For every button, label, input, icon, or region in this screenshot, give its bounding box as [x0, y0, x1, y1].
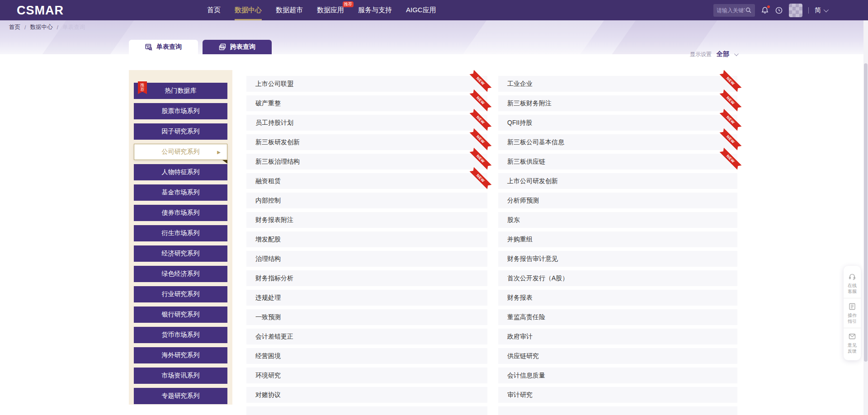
- sidebar-category-item[interactable]: 行业研究系列: [134, 286, 227, 302]
- database-row[interactable]: QFII持股 NEW: [498, 115, 737, 131]
- breadcrumb-separator: /: [24, 24, 26, 31]
- database-row[interactable]: 环境研究: [246, 368, 487, 383]
- search-input[interactable]: [717, 7, 745, 14]
- database-row-label: 员工持股计划: [246, 115, 487, 131]
- float-item-label: 在线客服: [847, 283, 858, 294]
- database-row[interactable]: 分析师预测: [498, 193, 737, 208]
- database-row[interactable]: 财务报告审计意见: [498, 251, 737, 267]
- user-avatar[interactable]: [789, 4, 802, 17]
- database-row[interactable]: 新三板财务附注 NEW: [498, 95, 737, 111]
- database-row[interactable]: 审计研究: [498, 387, 737, 403]
- scrollbar-thumb[interactable]: [864, 63, 868, 362]
- database-row[interactable]: 新三板供应链 NEW: [498, 154, 737, 170]
- database-row-label: 新三板财务附注: [498, 95, 737, 111]
- database-row[interactable]: 董监高责任险: [498, 309, 737, 325]
- database-row[interactable]: 财务报表: [498, 290, 737, 306]
- database-row[interactable]: 员工持股计划 NEW: [246, 115, 487, 131]
- database-row[interactable]: 经营困境: [246, 348, 487, 364]
- database-row[interactable]: 股东: [498, 212, 737, 228]
- database-row[interactable]: 供应链研究: [498, 348, 737, 364]
- query-tab[interactable]: 单表查询: [129, 40, 198, 54]
- database-row[interactable]: 上市公司研发创新: [498, 173, 737, 189]
- database-row[interactable]: 会计信息质量: [498, 368, 737, 383]
- sidebar-category-item[interactable]: 因子研究系列: [134, 123, 227, 140]
- sidebar-category-item[interactable]: 货币市场系列: [134, 327, 227, 343]
- sidebar-item-label: 基金市场系列: [162, 189, 200, 197]
- database-row[interactable]: 一致预测: [246, 309, 487, 325]
- database-row[interactable]: 对赌协议: [246, 387, 487, 403]
- nav-item[interactable]: AIGC应用: [406, 0, 436, 20]
- database-row[interactable]: 并购重组: [498, 231, 737, 247]
- csmar-logo[interactable]: CSMAR: [17, 4, 64, 18]
- database-row-label: 治理结构: [246, 251, 487, 267]
- sidebar-category-item[interactable]: 衍生市场系列: [134, 225, 227, 241]
- notification-bell-icon[interactable]: [761, 6, 769, 14]
- database-row[interactable]: 破产重整 NEW: [246, 95, 487, 111]
- database-row[interactable]: 违规处理: [246, 290, 487, 306]
- display-settings-value[interactable]: 全部: [717, 50, 729, 58]
- sidebar-category-item[interactable]: 推荐 热门数据库: [134, 83, 227, 99]
- breadcrumb-item[interactable]: 首页: [9, 24, 20, 31]
- history-icon[interactable]: [775, 6, 783, 14]
- database-row-label: 上市公司研发创新: [498, 173, 737, 189]
- page-scrollbar[interactable]: [863, 20, 868, 415]
- database-row[interactable]: 内部控制: [246, 193, 487, 208]
- search-icon[interactable]: [745, 7, 752, 14]
- database-row[interactable]: 政府审计: [498, 329, 737, 344]
- database-row-label: 对赌协议: [246, 387, 487, 403]
- database-row[interactable]: 新三板公司基本信息 NEW: [498, 134, 737, 150]
- nav-item[interactable]: 服务与支持: [358, 0, 392, 20]
- database-row[interactable]: 财务指标分析: [246, 270, 487, 286]
- database-row[interactable]: 会计差错更正: [246, 329, 487, 344]
- sidebar-category-item[interactable]: 专题研究系列: [134, 388, 227, 404]
- database-row-label: 增发配股: [246, 231, 487, 247]
- sidebar-category-item[interactable]: 市场资讯系列: [134, 368, 227, 384]
- database-row-label: 工业企业: [498, 76, 737, 92]
- breadcrumb: 首页/数据中心/单表查询: [9, 24, 85, 31]
- sidebar-category-item[interactable]: 银行研究系列: [134, 307, 227, 323]
- sidebar-category-item[interactable]: 公司研究系列 ▶: [134, 144, 227, 160]
- database-row-label: 股东: [498, 212, 737, 228]
- database-row: [498, 406, 737, 415]
- database-row-label: 经营困境: [246, 348, 487, 364]
- database-row[interactable]: 上市公司联盟 NEW: [246, 76, 487, 92]
- database-row[interactable]: 新三板治理结构 NEW: [246, 154, 487, 170]
- database-list-right: 工业企业 NEW 新三板财务附注 NEW QFII持股 NEW 新三板公司基本信…: [498, 76, 737, 415]
- database-row-label: 财务报表: [498, 290, 737, 306]
- nav-item[interactable]: 首页: [207, 0, 221, 20]
- sidebar-category-item[interactable]: 人物特征系列: [134, 164, 227, 180]
- sidebar-category-item[interactable]: 海外研究系列: [134, 347, 227, 363]
- database-row-label: 会计信息质量: [498, 368, 737, 383]
- database-row[interactable]: 工业企业 NEW: [498, 76, 737, 92]
- sidebar-item-label: 公司研究系列: [162, 148, 200, 156]
- database-row[interactable]: 增发配股: [246, 231, 487, 247]
- operation-guide-button[interactable]: 操作指引: [844, 298, 861, 328]
- query-tab[interactable]: 跨表查询: [203, 40, 272, 54]
- database-row[interactable]: 融资租赁 NEW: [246, 173, 487, 189]
- sidebar-category-item[interactable]: 债券市场系列: [134, 205, 227, 221]
- breadcrumb-item[interactable]: 数据中心: [30, 24, 52, 31]
- sidebar-category-item[interactable]: 经济研究系列: [134, 245, 227, 262]
- database-row-label: 审计研究: [498, 387, 737, 403]
- nav-item[interactable]: 数据应用 推荐: [317, 0, 344, 20]
- database-row-label: 新三板公司基本信息: [498, 134, 737, 150]
- sidebar-item-label: 市场资讯系列: [162, 372, 200, 380]
- database-row-label: 会计差错更正: [246, 329, 487, 344]
- sidebar-category-item[interactable]: 股票市场系列: [134, 103, 227, 119]
- header-search-box[interactable]: [713, 4, 755, 17]
- sidebar-category-item[interactable]: 绿色经济系列: [134, 266, 227, 282]
- language-switcher[interactable]: 简: [815, 6, 827, 14]
- database-row[interactable]: 首次公开发行（A股）: [498, 270, 737, 286]
- feedback-button[interactable]: 意见反馈: [844, 328, 861, 358]
- decor-shape: [609, 20, 721, 54]
- float-action-menu: 在线客服 操作指引 意见反馈: [844, 266, 861, 360]
- database-row[interactable]: 治理结构: [246, 251, 487, 267]
- database-row-label: 政府审计: [498, 329, 737, 344]
- sidebar-item-label: 债券市场系列: [162, 209, 200, 217]
- sidebar-category-item[interactable]: 基金市场系列: [134, 184, 227, 201]
- nav-item[interactable]: 数据超市: [276, 0, 303, 20]
- database-row[interactable]: 财务报表附注: [246, 212, 487, 228]
- nav-item[interactable]: 数据中心: [235, 0, 262, 20]
- online-service-button[interactable]: 在线客服: [844, 269, 861, 298]
- database-row[interactable]: 新三板研发创新 NEW: [246, 134, 487, 150]
